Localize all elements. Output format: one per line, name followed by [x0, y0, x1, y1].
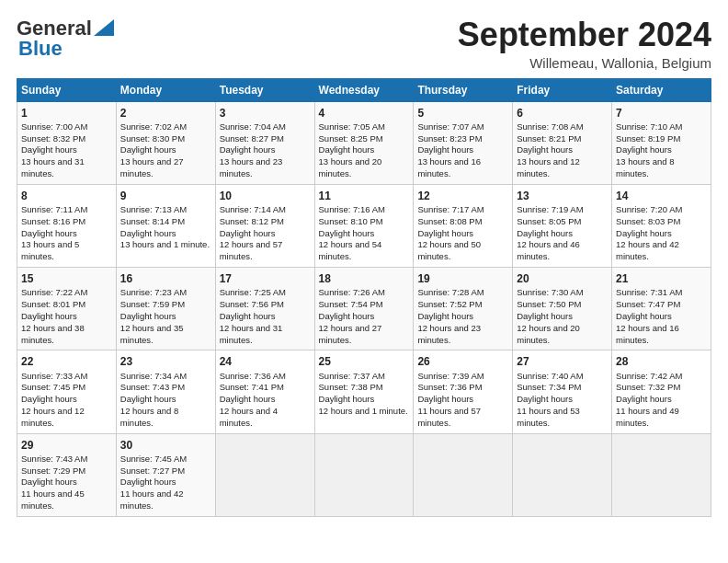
- daylight-duration: 12 hours and 46 minutes.: [517, 239, 580, 261]
- day-number: 12: [417, 189, 508, 203]
- daylight-label: Daylight hours: [21, 144, 77, 155]
- sunset-label: Sunset: 7:29 PM: [21, 465, 85, 476]
- daylight-label: Daylight hours: [616, 228, 672, 238]
- header: General Blue September 2024 Willemeau, W…: [17, 17, 711, 71]
- sunrise-label: Sunrise: 7:23 AM: [120, 287, 187, 297]
- daylight-label: Daylight hours: [417, 228, 473, 238]
- month-title: September 2024: [458, 17, 711, 53]
- daylight-duration: 12 hours and 31 minutes.: [220, 323, 283, 345]
- svg-marker-0: [94, 19, 114, 36]
- col-wednesday: Wednesday: [314, 78, 414, 101]
- table-cell: 15Sunrise: 7:22 AMSunset: 8:01 PMDayligh…: [17, 268, 117, 350]
- table-cell: 29Sunrise: 7:43 AMSunset: 7:29 PMDayligh…: [17, 433, 117, 516]
- daylight-duration: 12 hours and 57 minutes.: [220, 239, 283, 261]
- sunrise-label: Sunrise: 7:43 AM: [21, 454, 87, 464]
- day-number: 25: [319, 354, 410, 369]
- sunrise-label: Sunrise: 7:45 AM: [120, 454, 187, 464]
- day-number: 14: [616, 189, 707, 203]
- col-thursday: Thursday: [414, 78, 513, 101]
- table-cell: 20Sunrise: 7:30 AMSunset: 7:50 PMDayligh…: [513, 268, 612, 350]
- table-cell: [612, 433, 711, 516]
- sunrise-label: Sunrise: 7:33 AM: [21, 371, 87, 381]
- table-cell: 14Sunrise: 7:20 AMSunset: 8:03 PMDayligh…: [612, 184, 711, 267]
- sunrise-label: Sunrise: 7:02 AM: [120, 121, 187, 132]
- daylight-duration: 13 hours and 1 minute.: [120, 239, 210, 249]
- table-cell: [513, 433, 612, 516]
- daylight-label: Daylight hours: [21, 228, 77, 238]
- day-number: 28: [616, 354, 707, 369]
- sunset-label: Sunset: 7:38 PM: [319, 382, 383, 392]
- location-subtitle: Willemeau, Wallonia, Belgium: [458, 55, 711, 71]
- table-cell: 10Sunrise: 7:14 AMSunset: 8:12 PMDayligh…: [215, 184, 314, 267]
- sunset-label: Sunset: 8:08 PM: [417, 216, 482, 226]
- sunrise-label: Sunrise: 7:28 AM: [417, 287, 483, 297]
- table-cell: 28Sunrise: 7:42 AMSunset: 7:32 PMDayligh…: [612, 350, 711, 433]
- daylight-label: Daylight hours: [319, 144, 375, 155]
- day-number: 18: [319, 271, 410, 286]
- table-cell: 17Sunrise: 7:25 AMSunset: 7:56 PMDayligh…: [215, 268, 314, 350]
- sunrise-label: Sunrise: 7:14 AM: [220, 204, 286, 214]
- sunrise-label: Sunrise: 7:34 AM: [120, 371, 187, 381]
- daylight-label: Daylight hours: [21, 311, 77, 321]
- day-number: 17: [220, 271, 311, 286]
- day-number: 27: [517, 354, 608, 369]
- day-number: 3: [220, 106, 311, 121]
- daylight-duration: 12 hours and 8 minutes.: [120, 406, 178, 428]
- day-number: 2: [120, 106, 211, 121]
- daylight-label: Daylight hours: [517, 228, 573, 238]
- table-cell: 22Sunrise: 7:33 AMSunset: 7:45 PMDayligh…: [17, 350, 117, 433]
- daylight-label: Daylight hours: [120, 228, 176, 238]
- daylight-duration: 12 hours and 35 minutes.: [120, 323, 184, 345]
- sunset-label: Sunset: 8:16 PM: [21, 216, 85, 226]
- daylight-duration: 11 hours and 49 minutes.: [616, 406, 679, 428]
- sunrise-label: Sunrise: 7:26 AM: [319, 287, 385, 297]
- sunrise-label: Sunrise: 7:07 AM: [417, 121, 483, 132]
- table-cell: [215, 433, 314, 516]
- sunrise-label: Sunrise: 7:19 AM: [517, 204, 583, 214]
- table-cell: 6Sunrise: 7:08 AMSunset: 8:21 PMDaylight…: [513, 101, 612, 184]
- sunrise-label: Sunrise: 7:36 AM: [220, 371, 286, 381]
- day-number: 30: [120, 438, 211, 453]
- daylight-duration: 12 hours and 38 minutes.: [21, 323, 85, 345]
- table-cell: 19Sunrise: 7:28 AMSunset: 7:52 PMDayligh…: [414, 268, 513, 350]
- daylight-duration: 12 hours and 16 minutes.: [616, 323, 679, 345]
- daylight-duration: 12 hours and 54 minutes.: [319, 239, 382, 261]
- sunset-label: Sunset: 7:47 PM: [616, 299, 680, 309]
- table-cell: 21Sunrise: 7:31 AMSunset: 7:47 PMDayligh…: [612, 268, 711, 350]
- table-cell: 13Sunrise: 7:19 AMSunset: 8:05 PMDayligh…: [513, 184, 612, 267]
- daylight-duration: 12 hours and 1 minute.: [319, 406, 408, 416]
- sunset-label: Sunset: 8:30 PM: [120, 133, 185, 144]
- daylight-label: Daylight hours: [220, 311, 276, 321]
- table-cell: 12Sunrise: 7:17 AMSunset: 8:08 PMDayligh…: [414, 184, 513, 267]
- daylight-duration: 13 hours and 31 minutes.: [21, 156, 85, 178]
- sunset-label: Sunset: 7:59 PM: [120, 299, 185, 309]
- day-number: 21: [616, 271, 707, 286]
- table-cell: 9Sunrise: 7:13 AMSunset: 8:14 PMDaylight…: [116, 184, 215, 267]
- day-number: 7: [616, 106, 707, 121]
- daylight-label: Daylight hours: [417, 311, 473, 321]
- calendar-table: Sunday Monday Tuesday Wednesday Thursday…: [17, 78, 711, 517]
- daylight-label: Daylight hours: [319, 394, 375, 404]
- daylight-label: Daylight hours: [616, 394, 672, 404]
- sunrise-label: Sunrise: 7:42 AM: [616, 371, 682, 381]
- daylight-label: Daylight hours: [517, 144, 573, 155]
- daylight-duration: 12 hours and 4 minutes.: [220, 406, 278, 428]
- daylight-duration: 13 hours and 16 minutes.: [417, 156, 481, 178]
- logo-arrow-icon: [94, 19, 114, 36]
- daylight-label: Daylight hours: [220, 394, 276, 404]
- table-row: 15Sunrise: 7:22 AMSunset: 8:01 PMDayligh…: [17, 268, 711, 350]
- sunrise-label: Sunrise: 7:22 AM: [21, 287, 87, 297]
- day-number: 9: [120, 189, 211, 203]
- daylight-duration: 13 hours and 23 minutes.: [220, 156, 283, 178]
- table-cell: 2Sunrise: 7:02 AMSunset: 8:30 PMDaylight…: [116, 101, 215, 184]
- sunrise-label: Sunrise: 7:31 AM: [616, 287, 682, 297]
- sunrise-label: Sunrise: 7:17 AM: [417, 204, 483, 214]
- table-cell: 3Sunrise: 7:04 AMSunset: 8:27 PMDaylight…: [215, 101, 314, 184]
- daylight-duration: 12 hours and 42 minutes.: [616, 239, 679, 261]
- daylight-duration: 12 hours and 12 minutes.: [21, 406, 85, 428]
- daylight-label: Daylight hours: [120, 394, 176, 404]
- sunrise-label: Sunrise: 7:04 AM: [220, 121, 286, 132]
- daylight-label: Daylight hours: [517, 394, 573, 404]
- day-number: 1: [21, 106, 112, 121]
- sunset-label: Sunset: 7:56 PM: [220, 299, 284, 309]
